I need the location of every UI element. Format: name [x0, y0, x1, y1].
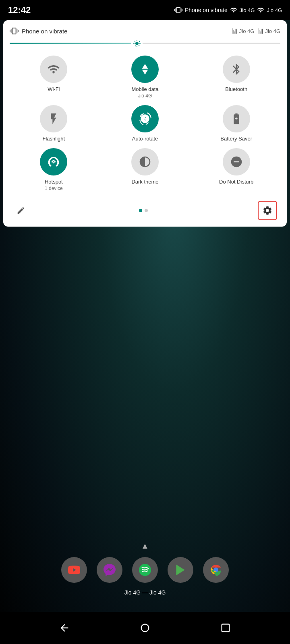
nav-recents-button[interactable]: [220, 622, 231, 634]
nav-back-button[interactable]: [59, 622, 70, 634]
qs-signal2: Jio 4G: [257, 28, 280, 34]
tile-wifi-icon: [40, 56, 67, 83]
tile-flashlight[interactable]: Flashlight: [10, 105, 98, 142]
tile-auto-rotate-icon: [131, 105, 159, 132]
tile-mobile-data[interactable]: Mobile data Jio 4G: [101, 56, 189, 99]
recents-icon: [220, 622, 231, 634]
svg-point-3: [141, 624, 149, 632]
pencil-icon: [17, 206, 25, 215]
tile-wifi-label: Wi-Fi: [48, 86, 60, 92]
tile-wifi[interactable]: Wi-Fi: [10, 56, 98, 99]
signal2-label: Jio 4G: [267, 7, 282, 13]
settings-gear-icon: [262, 205, 273, 216]
qs-signal1-label: Jio 4G: [239, 28, 255, 34]
app-spotify[interactable]: [132, 557, 158, 583]
tile-bluetooth-icon: [223, 56, 250, 83]
tile-battery-saver[interactable]: Battery Saver: [192, 105, 280, 142]
dot-2[interactable]: [145, 209, 148, 212]
tile-hotspot-sublabel: 1 device: [45, 186, 63, 191]
back-icon: [59, 622, 70, 634]
brightness-row[interactable]: [10, 43, 280, 44]
page-dots: [139, 209, 148, 212]
qs-signal2-label: Jio 4G: [265, 28, 280, 34]
spotify-icon: [138, 563, 152, 577]
tile-hotspot[interactable]: Hotspot 1 device: [10, 148, 98, 191]
brightness-slider[interactable]: [10, 43, 280, 44]
tile-dnd-icon: [223, 148, 250, 175]
tile-dark-theme-label: Dark theme: [131, 179, 158, 185]
nav-home-button[interactable]: [139, 622, 151, 634]
qs-signal2-icon: [257, 28, 264, 34]
signal1-icon: [230, 6, 237, 14]
tile-hotspot-label: Hotspot: [45, 179, 63, 185]
svg-point-0: [139, 564, 151, 576]
tile-dark-theme-icon: [131, 148, 159, 175]
tile-mobile-data-sublabel: Jio 4G: [138, 93, 152, 99]
svg-marker-1: [176, 565, 185, 576]
status-time: 12:42: [8, 5, 31, 15]
signal1-label: Jio 4G: [240, 7, 255, 13]
status-icons: Phone on vibrate Jio 4G Jio 4G: [174, 6, 282, 14]
home-icon: [139, 622, 151, 634]
app-play[interactable]: [168, 557, 193, 583]
settings-button[interactable]: [258, 201, 277, 220]
dot-1[interactable]: [139, 209, 142, 212]
qs-topbar: Phone on vibrate Jio 4G Jio 4G: [10, 27, 280, 35]
app-chrome[interactable]: [203, 557, 229, 583]
tile-hotspot-icon: [40, 148, 67, 175]
tile-auto-rotate-label: Auto-rotate: [132, 136, 158, 142]
quick-settings-panel: Phone on vibrate Jio 4G Jio 4G: [3, 20, 287, 227]
tile-battery-saver-label: Battery Saver: [220, 136, 252, 142]
tile-mobile-data-icon: [131, 56, 159, 83]
network-label: Jio 4G — Jio 4G: [124, 589, 166, 596]
tile-bluetooth[interactable]: Bluetooth: [192, 56, 280, 99]
tile-dnd-label: Do Not Disturb: [219, 179, 253, 185]
swipe-up-arrow: ▲: [141, 541, 149, 551]
tile-dark-theme[interactable]: Dark theme: [101, 148, 189, 191]
dock-area: ▲: [0, 541, 290, 596]
status-bar: 12:42 Phone on vibrate Jio 4G Jio 4G: [0, 0, 290, 20]
signal2-icon: [257, 6, 264, 14]
brightness-fill: [10, 43, 137, 44]
brightness-thumb[interactable]: [131, 38, 143, 49]
vibrate-label: Phone on vibrate: [185, 7, 228, 13]
qs-signal1: Jio 4G: [232, 28, 255, 34]
phone-vibrate-icon: [10, 27, 19, 35]
brightness-sun-icon: [133, 39, 141, 47]
tile-dnd[interactable]: Do Not Disturb: [192, 148, 280, 191]
qs-signals: Jio 4G Jio 4G: [232, 28, 280, 34]
messenger-icon: [102, 563, 117, 577]
tile-bluetooth-label: Bluetooth: [225, 86, 247, 92]
svg-rect-4: [222, 624, 230, 632]
app-youtube[interactable]: [61, 557, 87, 583]
edit-button[interactable]: [13, 202, 29, 219]
tile-auto-rotate[interactable]: Auto-rotate: [101, 105, 189, 142]
quick-tiles-grid: Wi-Fi Mobile data Jio 4G Bluetooth: [10, 56, 280, 191]
tile-mobile-data-label: Mobile data: [131, 86, 158, 92]
app-messenger[interactable]: [97, 557, 122, 583]
tile-flashlight-label: Flashlight: [43, 136, 65, 142]
play-icon: [173, 563, 188, 577]
dock-icons: [61, 557, 229, 583]
navigation-bar: [0, 612, 290, 644]
vibrate-text: Phone on vibrate: [22, 28, 67, 35]
tile-flashlight-icon: [40, 105, 67, 132]
qs-bottom-bar: [10, 199, 280, 222]
chrome-icon: [209, 563, 223, 577]
youtube-icon: [67, 563, 81, 577]
vibrate-icon: [174, 6, 182, 14]
qs-signal1-icon: [232, 28, 238, 34]
vibrate-status: Phone on vibrate: [10, 27, 67, 35]
tile-battery-saver-icon: [223, 105, 250, 132]
